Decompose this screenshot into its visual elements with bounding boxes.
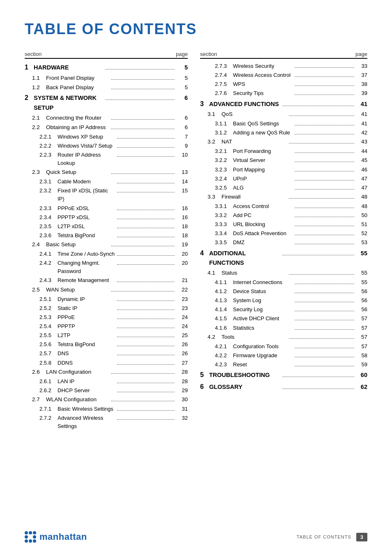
sub2-label: System Log: [233, 296, 293, 305]
sub2-num: 2.5.5: [39, 331, 58, 340]
dot-fill: [295, 244, 355, 244]
sub2-page: 21: [176, 276, 188, 284]
sub1-num: 2.3: [32, 168, 46, 177]
section-label: ADVANCED FUNCTIONS: [209, 99, 281, 109]
toc-entry: 1.2Back Panel Display5: [25, 83, 188, 92]
dot-fill: [283, 388, 355, 389]
toc-entry: 2.7.2Advanced Wireless Settings32: [25, 414, 188, 430]
sub2-page: 58: [356, 352, 367, 360]
sub1-num: 3.2: [208, 138, 221, 146]
sub2-num: 2.5.4: [39, 322, 58, 331]
sub2-page: 20: [176, 250, 188, 258]
sub1-page: 48: [356, 193, 367, 201]
section-page: 60: [356, 370, 367, 380]
footer-page-number: 3: [356, 533, 367, 541]
sub2-num: 2.2.2: [39, 142, 58, 150]
toc-entry: 2.5WAN Setup22: [25, 286, 188, 294]
dot-fill: [295, 226, 355, 226]
sub2-num: 2.4.1: [39, 250, 58, 258]
sub2-label: Statistics: [233, 324, 293, 332]
sub2-label: Cable Modem: [58, 178, 115, 186]
sub2-label: DNS: [58, 349, 115, 358]
dot-fill: [117, 392, 175, 392]
sub2-label: Internet Connections: [233, 278, 293, 287]
toc-entry: 4.1.4Security Log56: [200, 305, 367, 314]
dot-fill: [289, 198, 355, 199]
sub2-page: 57: [356, 314, 367, 323]
sub2-num: 3.2.5: [215, 184, 233, 192]
sub2-label: Advanced Wireless Settings: [58, 414, 115, 430]
sub2-label: Wireless Access Control: [233, 71, 293, 79]
sub2-num: 2.7.4: [215, 71, 233, 79]
dot-fill: [117, 192, 175, 192]
sub2-label: Fixed IP xDSL (Static IP): [58, 187, 115, 203]
dot-fill: [117, 219, 175, 219]
sub2-num: 2.7.3: [215, 62, 233, 70]
dot-fill: [111, 119, 175, 120]
section-page: 41: [356, 99, 367, 109]
dot-fill: [295, 125, 355, 125]
page-title: TABLE OF CONTENTS: [25, 21, 367, 38]
sub2-num: 4.1.6: [215, 324, 233, 332]
sub2-label: Configuration Tools: [233, 342, 293, 351]
sub2-label: Telstra BigPond: [58, 231, 115, 240]
dot-fill: [117, 156, 175, 157]
toc-entry: 4.2Tools57: [200, 333, 367, 342]
sub2-label: PPPTP xDSL: [58, 213, 115, 222]
sub2-num: 3.2.3: [215, 166, 233, 174]
sub1-page: 43: [356, 138, 367, 146]
dot-fill: [283, 106, 355, 106]
toc-entry: 3.3.4DoS Attack Prevention52: [200, 229, 367, 238]
sub2-label: Basic QoS Settings: [233, 120, 293, 128]
sub2-page: 33: [356, 62, 367, 70]
dot-fill: [117, 364, 175, 365]
sub2-label: Security Tips: [233, 89, 293, 97]
toc-entry: 3.1.2Adding a new QoS Rule42: [200, 129, 367, 137]
sub2-num: 2.5.7: [39, 349, 58, 358]
toc-entry: 2.2.2Windows Vista/7 Setup9: [25, 142, 188, 150]
sub1-page: 5: [176, 74, 188, 83]
toc-entry: 2.5.2Static IP23: [25, 304, 188, 312]
sub1-label: Front Panel Display: [46, 74, 110, 83]
sub1-num: 2.6: [32, 368, 46, 377]
sub2-num: 2.5.8: [39, 359, 58, 367]
sub2-num: 3.2.1: [215, 147, 233, 155]
sub2-num: 3.3.2: [215, 211, 233, 220]
toc-entry: 3.2.1Port Forwarding44: [200, 147, 367, 155]
sub2-num: 2.5.2: [39, 304, 58, 312]
toc-entry: 2.3.6Telstra BigPond18: [25, 231, 188, 240]
dot-fill: [117, 328, 175, 328]
dot-fill: [117, 183, 175, 183]
sub2-page: 24: [176, 322, 188, 331]
sub2-label: Time Zone / Auto-Synch: [58, 250, 115, 258]
sub2-page: 10: [176, 151, 188, 159]
sub1-label: LAN Configuration: [46, 368, 110, 377]
toc-entry: 1.1Front Panel Display5: [25, 74, 188, 83]
toc-entry: 2.5.5L2TP25: [25, 331, 188, 340]
sub2-page: 37: [356, 71, 367, 79]
sub2-page: 48: [356, 202, 367, 210]
sub1-page: 41: [356, 110, 367, 119]
dot-fill: [117, 282, 175, 282]
logo-text: manhattan: [39, 532, 87, 542]
dot-fill: [111, 89, 175, 89]
sub2-page: 16: [176, 204, 188, 213]
sub2-label: Telstra BigPond: [58, 340, 115, 349]
sub2-num: 2.5.3: [39, 313, 58, 321]
toc-entry: 2.7WLAN Configuration30: [25, 395, 188, 404]
sub2-page: 39: [356, 89, 367, 97]
sub2-label: UPnP: [233, 175, 293, 183]
toc-entry: 5TROUBLESHOOTING60: [200, 370, 367, 380]
toc-entry: 3.1.1Basic QoS Settings41: [200, 120, 367, 128]
sub2-page: 32: [176, 414, 188, 422]
dot-fill: [283, 255, 355, 255]
section-label: HARDWARE: [34, 63, 104, 72]
dot-fill: [117, 210, 175, 210]
sub2-page: 18: [176, 222, 188, 231]
sub2-label: Wireless Security: [233, 62, 293, 70]
dot-fill: [289, 338, 355, 339]
dot-fill: [111, 129, 175, 129]
toc-entry: 2.4.3Remote Management21: [25, 276, 188, 284]
sub2-label: Basic Wireless Settings: [58, 405, 115, 413]
dot-fill: [111, 291, 175, 291]
